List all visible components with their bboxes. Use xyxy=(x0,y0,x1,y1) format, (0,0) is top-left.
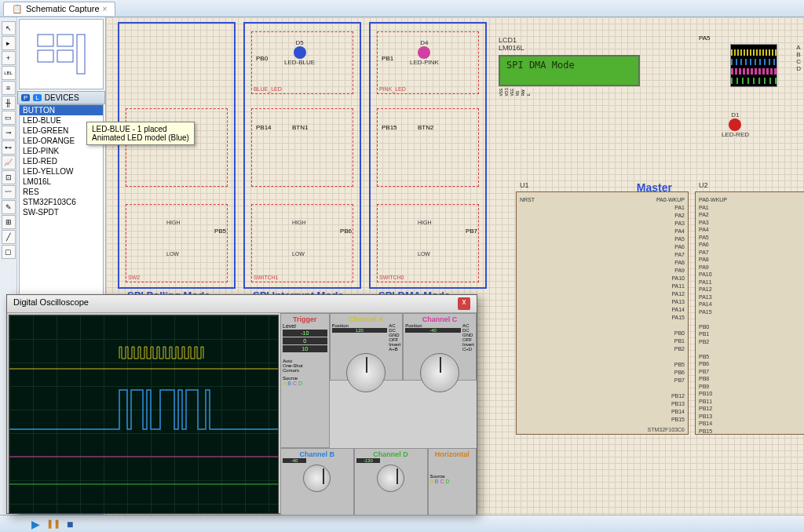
pin-label: PA8 xyxy=(674,260,685,265)
label-tool[interactable]: LBL xyxy=(2,66,16,80)
level-label: Level xyxy=(283,323,327,329)
src-c[interactable]: C xyxy=(440,479,444,484)
switch1-label: SWITCH1 xyxy=(254,275,279,280)
junction-tool[interactable]: + xyxy=(2,51,16,65)
play-button[interactable]: ▶ xyxy=(31,518,40,530)
pin-label: PA14 xyxy=(671,307,685,312)
slave-chip[interactable]: Slave U2 STM32F103C6 PA0-WKUPPA1PA2PA3PA… xyxy=(695,191,804,435)
sub-block xyxy=(126,108,228,187)
osc-screen[interactable] xyxy=(9,315,279,514)
d5-part: LED-BLUE xyxy=(284,59,315,66)
lcd-pin: VDD xyxy=(504,88,509,97)
subcircuit-tool[interactable]: ▭ xyxy=(2,111,16,125)
wave-b xyxy=(731,59,777,65)
ch-b-title: Channel B xyxy=(283,450,352,458)
pin-label: PB13 xyxy=(671,401,685,406)
pin-label: PB14 xyxy=(671,409,685,414)
pause-button[interactable]: ❚❚ xyxy=(46,519,60,529)
pin-label: PB13 xyxy=(699,414,712,419)
src-d[interactable]: D xyxy=(445,479,449,484)
ch-d-label: D xyxy=(796,65,801,72)
list-item[interactable]: LM016L xyxy=(20,177,103,187)
schematic-tab[interactable]: 📋 Schematic Capture × xyxy=(3,2,115,16)
terminal-tool[interactable]: ⊸ xyxy=(2,126,16,140)
src-b[interactable]: B xyxy=(435,479,439,484)
text-tool[interactable]: ≡ xyxy=(2,81,16,95)
wave-a xyxy=(731,49,777,56)
lcd-pin: RS xyxy=(515,88,520,97)
lcd-pins: VSS VDD VEE RS RW E xyxy=(499,88,656,97)
trig-val: -10 xyxy=(283,330,327,337)
ch-c-dial[interactable] xyxy=(420,353,459,392)
channel-c-panel: Channel C Position -40 AC DC GND OFF Inv… xyxy=(403,313,477,381)
osc-waveforms xyxy=(9,315,278,513)
ch-a-dial[interactable] xyxy=(346,353,386,392)
list-item[interactable]: LED-RED xyxy=(20,156,103,166)
ch-d-dial[interactable] xyxy=(377,465,404,492)
tape-tool[interactable]: ⊡ xyxy=(2,170,16,184)
d4-part: LED-PINK xyxy=(410,59,439,66)
p-badge[interactable]: P xyxy=(21,94,30,101)
oscilloscope-window[interactable]: Digital Oscilloscope x Trigger Level - xyxy=(6,294,477,514)
osc-title-text: Digital Oscilloscope xyxy=(13,297,89,310)
ch-b-dial[interactable] xyxy=(303,465,331,492)
l-badge[interactable]: L xyxy=(33,94,41,101)
box-tool[interactable]: ▢ xyxy=(2,245,16,259)
led-d4: D4 LED-PINK xyxy=(410,39,439,66)
arrow-tool[interactable]: ↖ xyxy=(2,21,16,35)
instrument-tool[interactable]: ⊞ xyxy=(2,215,16,229)
list-item[interactable]: LED-YELLOW xyxy=(20,166,103,177)
pin-nrst: NRST xyxy=(520,197,535,202)
channel-d-panel: Channel D -130 xyxy=(354,448,428,516)
stop-button[interactable]: ■ xyxy=(67,518,73,530)
close-icon[interactable]: × xyxy=(103,5,108,13)
pin-label: PA10 xyxy=(671,275,685,281)
component-preview xyxy=(19,19,104,89)
src-d[interactable]: D xyxy=(298,381,302,386)
list-item[interactable]: SW-SPDT xyxy=(20,207,103,217)
scope-channels: A B C D xyxy=(796,44,801,72)
pin-label: PA0-WKUP xyxy=(699,197,727,202)
horizontal-panel: Horizontal Source A B C D xyxy=(428,448,477,516)
pin-label: PB15 xyxy=(699,428,712,434)
graph-tool[interactable]: 📈 xyxy=(2,155,16,169)
generator-tool[interactable]: 〰 xyxy=(2,185,16,199)
dma-block: SPI DMA Mode PINK_LED SWITCH0 D4 LED-PIN… xyxy=(369,22,487,289)
src-a[interactable]: A xyxy=(283,381,286,386)
bus-tool[interactable]: ╫ xyxy=(2,96,16,110)
line-tool[interactable]: ╱ xyxy=(2,230,16,244)
low-label: LOW xyxy=(292,251,305,257)
list-item[interactable]: BUTTON xyxy=(20,105,103,115)
sw-label: SW2 xyxy=(128,275,140,280)
close-button[interactable]: x xyxy=(458,297,470,310)
low-label: LOW xyxy=(418,251,430,257)
ch-a-title: Channel A xyxy=(332,315,401,323)
pos-val: 120 xyxy=(332,328,388,333)
pin-label: PB12 xyxy=(699,406,712,411)
component-tool[interactable]: ▸ xyxy=(2,36,16,50)
probe-tool[interactable]: ✎ xyxy=(2,200,16,214)
src-b[interactable]: B xyxy=(287,381,291,386)
scope-screen xyxy=(730,44,777,87)
cursors-label[interactable]: Cursors xyxy=(283,368,327,373)
ab-label[interactable]: A+B xyxy=(389,347,400,352)
pin-label: PB6 xyxy=(699,361,709,366)
channel-a-panel: Channel A Position 120 AC DC GND OFF Inv… xyxy=(330,313,404,381)
lcd-pin: VEE xyxy=(510,88,514,97)
ch-b-label: B xyxy=(796,51,801,58)
oscilloscope-titlebar[interactable]: Digital Oscilloscope x xyxy=(7,295,477,313)
pin-label: PA0-WKUP xyxy=(656,197,685,202)
pb15-label: PB15 xyxy=(382,124,397,131)
src-c[interactable]: C xyxy=(293,381,297,386)
cd-label[interactable]: C+D xyxy=(462,347,474,352)
pin-tool[interactable]: ⊷ xyxy=(2,140,16,155)
master-part: STM32F103C6 xyxy=(648,427,685,432)
list-item[interactable]: LED-PINK xyxy=(20,146,103,156)
src-a[interactable]: A xyxy=(430,479,433,484)
pin-label: PA9 xyxy=(674,268,685,273)
list-item[interactable]: RES xyxy=(20,187,103,197)
master-chip[interactable]: Master U1 STM32F103C6 NRST PA0-WKUPPA1PA… xyxy=(516,191,689,435)
pos-val: -130 xyxy=(356,458,380,463)
wave-d xyxy=(731,78,777,84)
list-item[interactable]: STM32F103C6 xyxy=(20,197,103,207)
